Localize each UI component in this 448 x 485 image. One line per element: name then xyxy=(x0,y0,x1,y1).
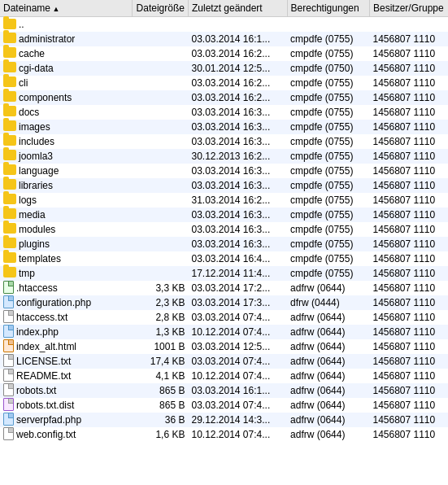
html-icon xyxy=(3,339,14,352)
file-name[interactable]: LICENSE.txt xyxy=(0,354,132,369)
table-row[interactable]: images 03.03.2014 16:3... cmpdfe (0755) … xyxy=(0,120,448,134)
file-name[interactable]: .htaccess xyxy=(0,281,132,295)
file-icon xyxy=(3,354,14,367)
file-owner: 1456807 1110 xyxy=(369,398,448,413)
file-name[interactable]: robots.txt xyxy=(0,383,132,398)
table-row[interactable]: logs 31.03.2014 16:2... cmpdfe (0755) 14… xyxy=(0,193,448,208)
table-row[interactable]: administrator 03.03.2014 16:1... cmpdfe … xyxy=(0,32,448,46)
file-name[interactable]: images xyxy=(0,120,132,134)
file-owner: 1456807 1110 xyxy=(369,339,448,354)
file-name[interactable]: index.php xyxy=(0,325,132,339)
file-date: 03.03.2014 16:1... xyxy=(188,32,287,46)
file-owner: 1456807 1110 xyxy=(369,46,448,61)
file-name[interactable]: administrator xyxy=(0,32,132,46)
table-row[interactable]: docs 03.03.2014 16:3... cmpdfe (0755) 14… xyxy=(0,105,448,120)
file-name[interactable]: docs xyxy=(0,105,132,120)
file-perms: cmpdfe (0755) xyxy=(287,32,369,46)
htaccess-icon xyxy=(3,281,14,294)
file-owner: 1456807 1110 xyxy=(369,76,448,90)
file-name[interactable]: libraries xyxy=(0,178,132,193)
table-row[interactable]: tmp 17.12.2014 11:4... cmpdfe (0755) 145… xyxy=(0,266,448,281)
file-name[interactable]: components xyxy=(0,90,132,105)
table-row[interactable]: .htaccess 3,3 KB 03.03.2014 17:2... adfr… xyxy=(0,281,448,295)
table-row[interactable]: LICENSE.txt 17,4 KB 03.03.2014 07:4... a… xyxy=(0,354,448,369)
column-header-date[interactable]: Zuletzt geändert xyxy=(188,0,287,17)
table-row[interactable]: plugins 03.03.2014 16:3... cmpdfe (0755)… xyxy=(0,237,448,251)
file-name[interactable]: robots.txt.dist xyxy=(0,398,132,413)
column-header-perms[interactable]: Berechtigungen xyxy=(287,0,369,17)
table-row[interactable]: media 03.03.2014 16:3... cmpdfe (0755) 1… xyxy=(0,208,448,222)
file-owner: 1456807 1110 xyxy=(369,413,448,427)
file-owner: 1456807 1110 xyxy=(369,354,448,369)
table-row[interactable]: language 03.03.2014 16:3... cmpdfe (0755… xyxy=(0,164,448,178)
file-owner: 1456807 1110 xyxy=(369,61,448,76)
file-size xyxy=(132,208,188,222)
table-row[interactable]: .. xyxy=(0,17,448,32)
file-name[interactable]: includes xyxy=(0,134,132,149)
table-row[interactable]: index.php 1,3 KB 10.12.2014 07:4... adfr… xyxy=(0,325,448,339)
file-name[interactable]: joomla3 xyxy=(0,149,132,164)
file-name[interactable]: configuration.php xyxy=(0,295,132,310)
table-row[interactable]: templates 03.03.2014 16:4... cmpdfe (075… xyxy=(0,251,448,266)
table-row[interactable]: cli 03.03.2014 16:2... cmpdfe (0755) 145… xyxy=(0,76,448,90)
file-name[interactable]: modules xyxy=(0,222,132,237)
folder-icon xyxy=(3,267,16,277)
table-row[interactable]: index_alt.html 1001 B 03.03.2014 12:5...… xyxy=(0,339,448,354)
table-row[interactable]: joomla3 30.12.2013 16:2... cmpdfe (0755)… xyxy=(0,149,448,164)
folder-icon xyxy=(3,120,16,131)
file-name[interactable]: media xyxy=(0,208,132,222)
file-name[interactable]: cache xyxy=(0,46,132,61)
file-date: 03.03.2014 16:2... xyxy=(188,90,287,105)
table-row[interactable]: serverpfad.php 36 B 29.12.2014 14:3... a… xyxy=(0,413,448,427)
file-size xyxy=(132,149,188,164)
table-row[interactable]: cache 03.03.2014 16:2... cmpdfe (0755) 1… xyxy=(0,46,448,61)
file-name[interactable]: index_alt.html xyxy=(0,339,132,354)
column-header-size[interactable]: Dateigröße xyxy=(132,0,188,17)
table-row[interactable]: README.txt 4,1 KB 10.12.2014 07:4... adf… xyxy=(0,369,448,383)
file-date: 03.03.2014 16:3... xyxy=(188,105,287,120)
php-icon xyxy=(3,295,14,308)
column-header-name[interactable]: Dateiname xyxy=(0,0,132,17)
table-row[interactable]: robots.txt 865 B 03.03.2014 16:1... adfr… xyxy=(0,383,448,398)
file-name[interactable]: language xyxy=(0,164,132,178)
file-size xyxy=(132,120,188,134)
table-row[interactable]: htaccess.txt 2,8 KB 03.03.2014 07:4... a… xyxy=(0,310,448,325)
file-owner: 1456807 1110 xyxy=(369,325,448,339)
table-row[interactable]: cgi-data 30.01.2014 12:5... cmpdfe (0750… xyxy=(0,61,448,76)
file-date xyxy=(188,17,287,32)
file-perms: cmpdfe (0755) xyxy=(287,237,369,251)
table-row[interactable]: modules 03.03.2014 16:3... cmpdfe (0755)… xyxy=(0,222,448,237)
file-name[interactable]: cli xyxy=(0,76,132,90)
table-row[interactable]: components 03.03.2014 16:2... cmpdfe (07… xyxy=(0,90,448,105)
file-name[interactable]: tmp xyxy=(0,266,132,281)
column-header-owner[interactable]: Besitzer/Gruppe xyxy=(369,0,448,17)
file-name[interactable]: templates xyxy=(0,251,132,266)
table-row[interactable]: libraries 03.03.2014 16:3... cmpdfe (075… xyxy=(0,178,448,193)
file-manager[interactable]: Dateiname Dateigröße Zuletzt geändert Be… xyxy=(0,0,448,485)
table-row[interactable]: includes 03.03.2014 16:3... cmpdfe (0755… xyxy=(0,134,448,149)
table-row[interactable]: configuration.php 2,3 KB 03.03.2014 17:3… xyxy=(0,295,448,310)
file-owner: 1456807 1110 xyxy=(369,178,448,193)
table-row[interactable]: web.config.txt 1,6 KB 10.12.2014 07:4...… xyxy=(0,427,448,442)
table-row[interactable]: robots.txt.dist 865 B 03.03.2014 07:4...… xyxy=(0,398,448,413)
file-perms: cmpdfe (0755) xyxy=(287,178,369,193)
file-perms: adfrw (0644) xyxy=(287,354,369,369)
file-name[interactable]: .. xyxy=(0,17,132,32)
file-name[interactable]: README.txt xyxy=(0,369,132,383)
file-perms xyxy=(287,17,369,32)
file-date: 03.03.2014 16:3... xyxy=(188,222,287,237)
file-name[interactable]: plugins xyxy=(0,237,132,251)
file-size xyxy=(132,266,188,281)
file-date: 03.03.2014 07:4... xyxy=(188,398,287,413)
folder-icon xyxy=(3,252,16,263)
file-name[interactable]: serverpfad.php xyxy=(0,413,132,427)
file-size xyxy=(132,76,188,90)
file-name[interactable]: htaccess.txt xyxy=(0,310,132,325)
file-name[interactable]: web.config.txt xyxy=(0,427,132,442)
file-date: 03.03.2014 17:2... xyxy=(188,281,287,295)
file-name[interactable]: logs xyxy=(0,193,132,208)
file-perms: dfrw (0444) xyxy=(287,295,369,310)
file-date: 29.12.2014 14:3... xyxy=(188,413,287,427)
file-name[interactable]: cgi-data xyxy=(0,61,132,76)
file-date: 03.03.2014 16:3... xyxy=(188,120,287,134)
